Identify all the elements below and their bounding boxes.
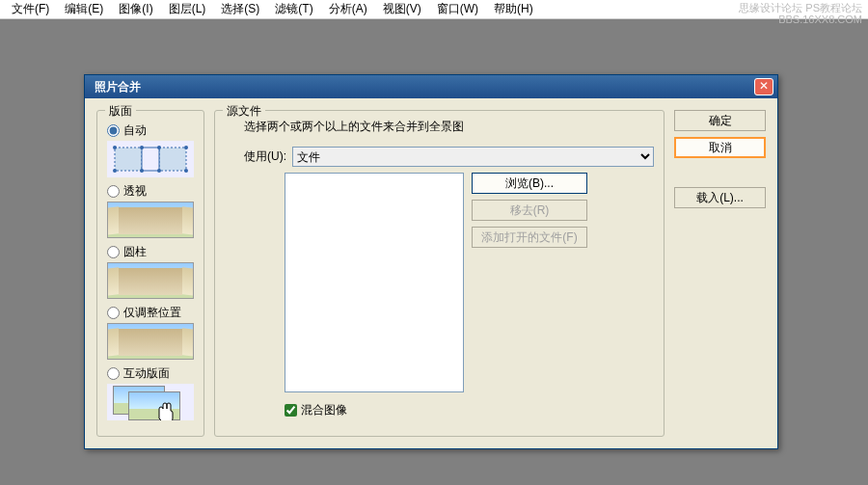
radio-interactive[interactable] <box>107 367 120 380</box>
blend-label: 混合图像 <box>301 402 347 418</box>
menu-help[interactable]: 帮助(H) <box>486 0 541 19</box>
blend-checkbox[interactable] <box>285 404 297 417</box>
menu-analysis[interactable]: 分析(A) <box>321 0 375 19</box>
dialog-title: 照片合并 <box>89 79 141 95</box>
cancel-button[interactable]: 取消 <box>674 137 766 158</box>
layout-fieldset: 版面 自动 透视 圆柱 仅调整位置 互动版面 <box>96 110 204 437</box>
use-select[interactable]: 文件 <box>292 147 654 167</box>
radio-cylinder[interactable] <box>107 246 120 258</box>
menu-view[interactable]: 视图(V) <box>375 0 429 19</box>
thumb-cylinder <box>107 262 194 299</box>
action-buttons: 确定 取消 载入(L)... <box>674 110 766 437</box>
use-label: 使用(U): <box>244 148 286 165</box>
svg-point-5 <box>157 146 161 149</box>
svg-point-3 <box>113 146 117 149</box>
radio-reposition[interactable] <box>107 307 120 319</box>
load-button[interactable]: 载入(L)... <box>674 187 766 208</box>
radio-auto[interactable] <box>107 124 120 137</box>
radio-perspective[interactable] <box>107 185 120 198</box>
add-open-files-button[interactable]: 添加打开的文件(F) <box>472 227 587 248</box>
thumb-auto <box>107 141 194 177</box>
file-list[interactable] <box>285 173 464 392</box>
menu-file[interactable]: 文件(F) <box>4 0 57 19</box>
browse-button[interactable]: 浏览(B)... <box>472 173 587 194</box>
menu-layer[interactable]: 图层(L) <box>161 0 214 19</box>
menu-filter[interactable]: 滤镜(T) <box>267 0 320 19</box>
svg-point-10 <box>184 169 188 173</box>
svg-point-4 <box>140 146 144 149</box>
source-fieldset: 源文件 选择两个或两个以上的文件来合并到全景图 使用(U): 文件 浏览(B).… <box>214 110 665 437</box>
svg-point-7 <box>113 169 117 173</box>
menu-window[interactable]: 窗口(W) <box>429 0 486 19</box>
menu-image[interactable]: 图像(I) <box>111 0 160 19</box>
close-icon[interactable]: ✕ <box>754 78 773 95</box>
svg-rect-0 <box>115 148 142 171</box>
svg-point-8 <box>140 169 144 173</box>
hand-icon <box>155 401 178 420</box>
ok-button[interactable]: 确定 <box>674 110 766 131</box>
svg-marker-2 <box>142 148 159 171</box>
watermark: 思缘设计论坛 PS教程论坛 BBS.16XX8.COM <box>739 2 862 25</box>
svg-point-6 <box>184 146 188 149</box>
menu-select[interactable]: 选择(S) <box>213 0 267 19</box>
menu-edit[interactable]: 编辑(E) <box>57 0 111 19</box>
svg-rect-1 <box>159 148 186 171</box>
layout-legend: 版面 <box>105 103 136 120</box>
source-description: 选择两个或两个以上的文件来合并到全景图 <box>225 119 654 135</box>
thumb-interactive <box>107 384 194 420</box>
thumb-perspective <box>107 202 194 238</box>
menu-bar: 文件(F) 编辑(E) 图像(I) 图层(L) 选择(S) 滤镜(T) 分析(A… <box>0 0 868 19</box>
thumb-reposition <box>107 323 194 360</box>
svg-point-9 <box>157 169 161 173</box>
titlebar[interactable]: 照片合并 ✕ <box>85 75 777 98</box>
photomerge-dialog: 照片合并 ✕ 版面 自动 透视 圆柱 仅调整位置 互动版面 源文件 选择 <box>84 74 778 449</box>
remove-button[interactable]: 移去(R) <box>472 200 587 221</box>
source-legend: 源文件 <box>223 103 265 120</box>
